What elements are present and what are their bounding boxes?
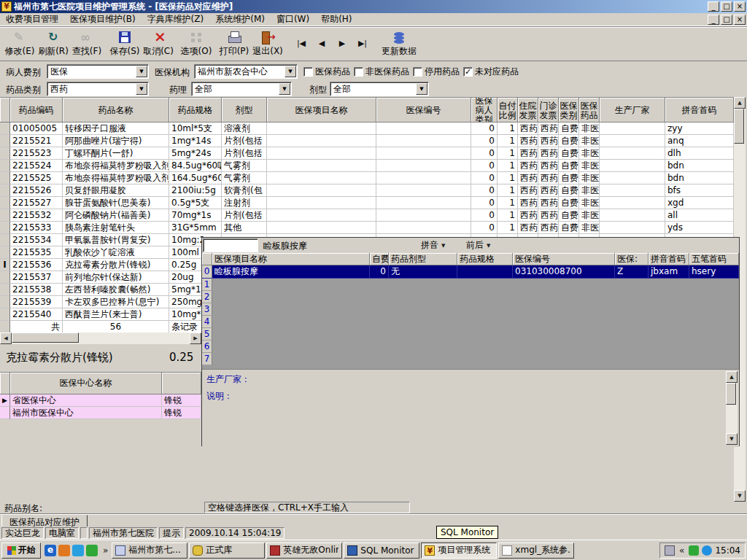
taskbar-task-button[interactable]: 项目管理系统 xyxy=(421,542,497,559)
drug-type-select[interactable]: 西药▼ xyxy=(47,82,149,96)
checkbox-box-icon[interactable] xyxy=(413,67,422,77)
taskbar-task-button[interactable]: 福州市第七... xyxy=(112,542,187,559)
dropdown-arrow-icon[interactable]: ▼ xyxy=(285,66,296,77)
menu-item[interactable]: 收费项目管理 xyxy=(0,12,64,26)
grid-row[interactable]: 2215525 布地奈得福莫特罗粉吸入剂( 164.5ug*60吸 气雾剂 0 … xyxy=(0,172,734,184)
grid-cell: 西药费 xyxy=(538,160,559,172)
close-button[interactable]: × xyxy=(734,1,746,12)
grid-cell: 片剂(包括 xyxy=(222,147,267,160)
grid-row[interactable]: 2215533 胰岛素注射笔针头 31G*5mm 其他 0 1 西药费 西药费 … xyxy=(0,222,734,234)
scroll-left-icon[interactable]: ◀ xyxy=(0,332,12,344)
checkbox-box-icon[interactable] xyxy=(354,67,363,77)
popup-search-input[interactable] xyxy=(203,238,258,252)
toolbar-button[interactable]: 选项(O) xyxy=(179,28,213,60)
toolbar-button[interactable]: 查找(F) xyxy=(70,28,104,60)
menu-item[interactable]: 系统维护(M) xyxy=(209,12,271,26)
center-grid-row[interactable]: ▶ 省医保中心 锋锐 xyxy=(0,394,201,407)
grid-cell: 0 xyxy=(471,147,498,160)
record-nav-button[interactable]: ▶| xyxy=(353,36,372,52)
quicklaunch-overflow-chevron[interactable]: » xyxy=(101,545,109,556)
update-data-button[interactable]: 更新数据 xyxy=(378,28,420,60)
dropdown-arrow-icon[interactable]: ▼ xyxy=(279,83,290,95)
filter-checkbox[interactable]: 停用药品 xyxy=(413,66,460,78)
mdi-restore-button[interactable]: □ xyxy=(721,15,732,25)
grid-row[interactable]: 2215527 腺苷蛋氨酸针(思美泰) 0.5g*5支 注射剂 0 1 西药费 … xyxy=(0,197,734,209)
v-scrollbar-thumb[interactable] xyxy=(734,109,744,144)
scroll-up-icon[interactable]: ▲ xyxy=(734,97,746,109)
menu-item[interactable]: 医保项目维护(B) xyxy=(64,12,142,26)
dropdown-arrow-icon[interactable]: ▼ xyxy=(136,66,147,77)
filter-checkbox[interactable]: 非医保药品 xyxy=(354,66,409,78)
center-name-cell: 省医保中心 xyxy=(10,394,162,407)
quicklaunch-icon[interactable] xyxy=(44,545,56,556)
start-button[interactable]: 开始 xyxy=(1,542,41,559)
toolbar-button[interactable]: 退出(X) xyxy=(251,28,285,60)
tab-insurance-drug-mapping[interactable]: 医保药品对应维护 xyxy=(1,515,88,527)
grid-cell: 84.5ug*60吸 xyxy=(169,160,222,172)
toolbar-button[interactable]: 刷新(R) xyxy=(36,28,70,60)
taskbar-task-button[interactable]: xmgl_系统参... xyxy=(498,542,574,559)
checkbox-box-icon[interactable] xyxy=(463,67,473,77)
dosage-form-select[interactable]: 全部▼ xyxy=(330,82,429,96)
popup-info-scrollbar[interactable]: ▲ ▼ xyxy=(726,371,738,445)
tray-icon-green[interactable] xyxy=(689,545,699,556)
minimize-button[interactable]: _ xyxy=(708,1,719,12)
grid-cell: 2215540 xyxy=(10,308,63,321)
maximize-button[interactable]: □ xyxy=(721,1,732,12)
toolbar-button[interactable]: 修改(E) xyxy=(3,28,36,60)
scroll-down-icon[interactable]: ▼ xyxy=(734,490,746,502)
mdi-minimize-button[interactable]: _ xyxy=(708,15,719,25)
popup-range-mode-dropdown[interactable]: 前后▼ xyxy=(466,239,490,252)
checkbox-box-icon[interactable] xyxy=(303,67,313,77)
scroll-down-icon[interactable]: ▼ xyxy=(726,433,738,445)
insurance-org-select[interactable]: 福州市新农合中心▼ xyxy=(194,64,298,79)
mdi-close-button[interactable]: × xyxy=(734,15,746,25)
toolbar-button[interactable]: 保存(S) xyxy=(108,28,142,60)
popup-pinyin-mode-dropdown[interactable]: 拼音▼ xyxy=(421,239,445,252)
grid-row[interactable]: 2215532 阿仑磷酸钠片(福善美) 70mg*1s 片剂(包括 0 1 西药… xyxy=(0,209,734,222)
taskbar-task-button[interactable]: SQL Monitor xyxy=(344,542,419,559)
record-nav-button[interactable]: |◀ xyxy=(292,36,311,52)
menu-item[interactable]: 帮助(H) xyxy=(315,12,357,26)
grid-cell: 非医保 xyxy=(579,172,600,184)
task-icon xyxy=(347,545,357,556)
popup-selected-row[interactable]: 0 睑板腺按摩 0 无 031030008700 Z jbxam hsery xyxy=(202,265,739,279)
printer-tray-icon[interactable] xyxy=(665,545,675,556)
record-nav-buttons: |◀◀▶▶| xyxy=(292,36,372,52)
tray-chevron[interactable]: « xyxy=(678,545,686,556)
h-scrollbar-thumb[interactable] xyxy=(12,332,79,343)
record-nav-button[interactable]: ◀ xyxy=(312,36,331,52)
record-nav-button[interactable]: ▶ xyxy=(333,36,352,52)
popup-column-header: 药品剂型 xyxy=(389,253,457,265)
filter-checkbox[interactable]: 未对应药品 xyxy=(463,66,519,78)
taskbar-task-button[interactable]: 英雄无敌Online xyxy=(266,542,342,559)
filter-checkbox[interactable]: 医保药品 xyxy=(303,66,350,78)
pharmacology-select[interactable]: 全部▼ xyxy=(191,82,292,96)
grid-row[interactable]: 2215523 丁螺环酮片(一舒) 5mg*24s 片剂(包括 0 1 西药费 … xyxy=(0,147,734,160)
grid-row[interactable]: 2215524 布地奈得福莫特罗粉吸入剂( 84.5ug*60吸 气雾剂 0 1… xyxy=(0,160,734,172)
h-scrollbar[interactable]: ◀ ▶ xyxy=(0,332,201,344)
menu-item[interactable]: 窗口(W) xyxy=(271,12,315,26)
dropdown-arrow-icon[interactable]: ▼ xyxy=(136,83,147,95)
patient-fee-select[interactable]: 医保▼ xyxy=(47,64,149,79)
windows-logo-icon xyxy=(7,546,16,555)
grid-row[interactable]: 2215521 阿那曲唑片(瑞宁得) 1mg*14s 片剂(包括 0 1 西药费… xyxy=(0,135,734,147)
quicklaunch-icon[interactable] xyxy=(72,545,84,556)
grid-column-header: 医保项目名称 xyxy=(267,98,376,122)
filter-row-1: 病人费别 医保▼ 医保机构 福州市新农合中心▼ 医保药品 非医保药品 xyxy=(0,63,747,79)
scroll-right-icon[interactable]: ▶ xyxy=(190,332,201,344)
toolbar-button[interactable]: 打印(P) xyxy=(217,28,251,60)
quick-launch xyxy=(43,545,99,556)
menu-item[interactable]: 字典库维护(Z) xyxy=(142,12,210,26)
tray-icon-blue[interactable] xyxy=(702,545,712,556)
quicklaunch-icon[interactable] xyxy=(86,545,98,556)
taskbar-task-button[interactable]: 正式库 xyxy=(189,542,265,559)
scroll-up-icon[interactable]: ▲ xyxy=(726,371,738,383)
toolbar-button[interactable]: 取消(C) xyxy=(142,28,175,60)
grid-row[interactable]: 01005005 转移因子口服液 10ml*5支 溶液剂 0 1 西药费 西药费… xyxy=(0,122,734,135)
quicklaunch-icon[interactable] xyxy=(58,545,70,556)
grid-row[interactable]: 2215526 贝复舒眼用凝胶 2100iu:5g 软膏剂(包 0 1 西药费 … xyxy=(0,184,734,197)
grid-cell: 2215525 xyxy=(10,172,63,184)
center-grid-row[interactable]: 福州市医保中心 锋锐 xyxy=(0,407,201,419)
dropdown-arrow-icon[interactable]: ▼ xyxy=(416,83,427,95)
